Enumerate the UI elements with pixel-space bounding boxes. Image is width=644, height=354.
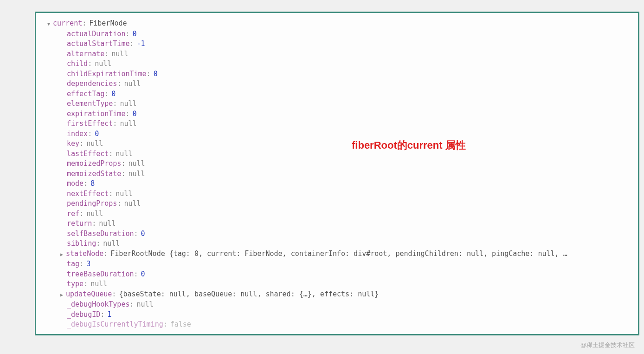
prop-value: null [124, 199, 141, 209]
tree-row[interactable]: memoizedState:null [40, 169, 634, 179]
tree-row[interactable]: key:null [40, 139, 634, 149]
tree-row[interactable]: index:0 [40, 129, 634, 139]
tree-row[interactable]: return:null [40, 219, 634, 229]
tree-row[interactable]: child:null [40, 59, 634, 69]
prop-value: null [128, 159, 145, 169]
tree-row[interactable]: mode:8 [40, 179, 634, 189]
tree-row[interactable]: memoizedProps:null [40, 159, 634, 169]
tree-row[interactable]: actualDuration:0 [40, 29, 634, 39]
devtools-panel: current: FiberNode actualDuration:0actua… [35, 12, 639, 335]
prop-key: sibling [67, 239, 96, 249]
prop-key: pendingProps [67, 199, 117, 209]
chevron-down-icon[interactable] [47, 19, 53, 29]
prop-value: null [116, 189, 132, 199]
prop-key: return [67, 219, 92, 229]
prop-key: key [67, 139, 79, 149]
prop-value: FiberNode [89, 19, 127, 29]
prop-value: null [116, 149, 132, 159]
prop-key: lastEffect [67, 149, 109, 159]
prop-key: tag [67, 259, 79, 269]
watermark: @稀土掘金技术社区 [580, 341, 635, 349]
tree-row[interactable]: ref:null [40, 209, 634, 219]
prop-key: elementType [67, 99, 113, 109]
prop-value: null [120, 119, 136, 129]
prop-key: updateQueue [66, 289, 112, 300]
tree-row[interactable]: type:null [40, 279, 634, 289]
prop-key: _debugIsCurrentlyTiming [67, 320, 163, 330]
tree-row[interactable]: alternate:null [40, 49, 634, 59]
tree-row[interactable]: effectTag:0 [40, 89, 634, 99]
prop-key: mode [67, 179, 84, 189]
prop-key: child [67, 59, 88, 69]
prop-value: 0 [154, 69, 158, 79]
prop-key: _debugHookTypes [67, 300, 129, 310]
tree-row[interactable]: expirationTime:0 [40, 109, 634, 119]
prop-key: _debugID [67, 310, 100, 320]
prop-key: stateNode [66, 249, 103, 259]
prop-value: null [137, 300, 154, 310]
prop-key: memoizedState [67, 169, 121, 179]
prop-value: 0 [141, 269, 145, 280]
tree-row[interactable]: nextEffect:null [40, 189, 634, 199]
prop-value: null [124, 79, 141, 89]
prop-key: firstEffect [67, 119, 113, 129]
prop-key: type [67, 279, 84, 289]
prop-value: null [103, 239, 120, 249]
prop-key: current [53, 19, 82, 29]
prop-value: false [170, 320, 191, 330]
prop-key: selfBaseDuration [67, 229, 134, 239]
prop-key: actualStartTime [67, 39, 129, 49]
prop-value: 0 [95, 129, 99, 139]
tree-row[interactable]: _debugID:1 [40, 310, 634, 320]
prop-key: effectTag [67, 89, 104, 99]
tree-row[interactable]: treeBaseDuration:0 [40, 269, 634, 280]
prop-key: memoizedProps [67, 159, 121, 169]
prop-value: -1 [137, 39, 145, 49]
tree-row[interactable]: firstEffect:null [40, 119, 634, 129]
prop-value: {baseState: null, baseQueue: null, share… [119, 289, 379, 300]
prop-key: dependencies [67, 79, 117, 89]
prop-value: 3 [86, 259, 90, 269]
prop-value: null [95, 59, 111, 69]
tree-row[interactable]: sibling:null [40, 239, 634, 249]
tree-row[interactable]: childExpirationTime:0 [40, 69, 634, 79]
chevron-right-icon[interactable] [60, 290, 66, 300]
tree-row[interactable]: selfBaseDuration:0 [40, 229, 634, 239]
tree-row[interactable]: lastEffect:null [40, 149, 634, 159]
prop-value: null [86, 209, 103, 219]
chevron-right-icon[interactable] [60, 249, 66, 260]
tree-row-statenode[interactable]: stateNode: FiberRootNode {tag: 0, curren… [40, 249, 634, 260]
prop-value: null [120, 99, 136, 109]
prop-value: FiberRootNode {tag: 0, current: FiberNod… [110, 249, 567, 259]
prop-value: 8 [90, 179, 95, 189]
prop-value: 0 [111, 89, 116, 99]
prop-key: expirationTime [67, 109, 125, 119]
annotation-label: fiberRoot的current 属性 [352, 138, 466, 152]
tree-row[interactable]: actualStartTime:-1 [40, 39, 634, 49]
tree-row[interactable]: pendingProps:null [40, 199, 634, 209]
prop-value: 0 [141, 229, 145, 239]
tree-row-updatequeue[interactable]: updateQueue: {baseState: null, baseQueue… [40, 289, 634, 300]
tree-row[interactable]: _debugHookTypes:null [40, 300, 634, 310]
prop-key: nextEffect [67, 189, 109, 199]
prop-key: actualDuration [67, 29, 125, 39]
prop-value: null [99, 219, 116, 229]
prop-key: alternate [67, 49, 104, 59]
object-tree: current: FiberNode actualDuration:0actua… [40, 19, 634, 330]
prop-value: 0 [132, 29, 136, 39]
prop-key: childExpirationTime [67, 69, 147, 79]
tree-row[interactable]: _debugIsCurrentlyTiming: false [40, 320, 634, 330]
tree-row[interactable]: elementType:null [40, 99, 634, 109]
prop-value: null [128, 169, 145, 179]
prop-key: treeBaseDuration [67, 269, 134, 280]
tree-row-root[interactable]: current: FiberNode [40, 19, 634, 29]
prop-key: ref [67, 209, 79, 219]
tree-row[interactable]: dependencies:null [40, 79, 634, 89]
prop-value: null [90, 279, 107, 289]
prop-value: null [86, 139, 103, 149]
prop-value: 0 [132, 109, 136, 119]
prop-value: 1 [107, 310, 111, 320]
tree-row[interactable]: tag:3 [40, 259, 634, 269]
prop-value: null [111, 49, 128, 59]
prop-key: index [67, 129, 88, 139]
